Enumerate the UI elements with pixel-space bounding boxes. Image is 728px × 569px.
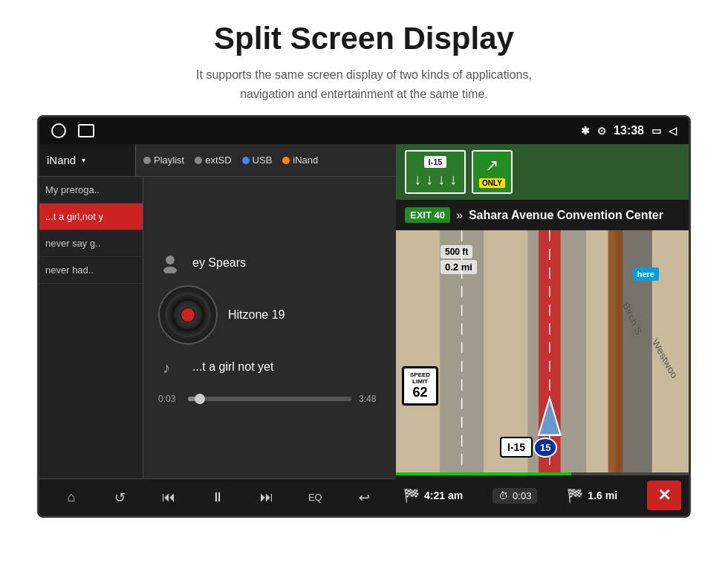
highway-signs: I-15 ↓ ↓ ↓ ↓ ↗ ONLY	[396, 144, 689, 200]
image-icon	[78, 124, 94, 137]
page-title: Split Screen Display	[196, 21, 532, 56]
nav-close-button[interactable]: ✕	[647, 481, 681, 510]
home-button[interactable]: ⌂	[56, 484, 86, 511]
time-display: 13:38	[614, 124, 644, 137]
list-item[interactable]: never had..	[39, 257, 143, 284]
speed-limit-number: 62	[410, 385, 430, 400]
instruction-text: Sahara Avenue Convention Center	[469, 209, 663, 222]
device-frame: ✱ ⊙ 13:38 ▭ ◁ iNand ▾ Playlist	[37, 115, 691, 518]
route-badge: I-15	[500, 437, 533, 458]
circle-icon	[51, 123, 66, 138]
svg-text:♪: ♪	[163, 360, 170, 376]
arrow-down-4: ↓	[449, 171, 457, 188]
only-sign: ↗ ONLY	[472, 150, 513, 194]
prev-button[interactable]: ⏮	[154, 484, 183, 511]
list-item[interactable]: never say g..	[39, 230, 143, 257]
map-visual: Birch S Westwoo SPEEDLIMIT 62 here 500 f…	[396, 230, 689, 472]
artist-name: ey Spears	[192, 256, 246, 270]
speed-sign: SPEEDLIMIT 62	[402, 366, 438, 406]
distance-miles: 0.2 mi	[441, 260, 477, 274]
svg-point-1	[163, 267, 177, 273]
music-note-icon: ♪	[158, 355, 182, 379]
source-tab-inand[interactable]: iNand	[282, 155, 318, 166]
eq-button[interactable]: EQ	[300, 484, 330, 511]
list-item[interactable]: My preroga..	[39, 177, 143, 204]
pause-button[interactable]: ⏸	[203, 484, 233, 511]
only-badge: ONLY	[479, 178, 505, 188]
speed-limit-label: SPEEDLIMIT	[410, 371, 430, 385]
extsd-dot	[195, 157, 202, 164]
exit-badge: EXIT 40	[405, 207, 450, 223]
instruction-bar: EXIT 40 » Sahara Avenue Convention Cente…	[396, 200, 689, 230]
source-tab-playlist[interactable]: Playlist	[143, 155, 184, 166]
artist-row: ey Spears	[158, 251, 381, 275]
main-content: iNand ▾ Playlist extSD USB	[39, 144, 689, 516]
nav-bottom-bar: 🏁 4:21 am ⏱ 0:03 🏁 1.6 mi ✕	[396, 475, 689, 516]
track-row: ♪ ...t a girl not yet	[158, 355, 381, 379]
arrival-time: 4:21 am	[424, 490, 463, 501]
location-icon: ⊙	[597, 125, 606, 137]
page-header: Split Screen Display It supports the sam…	[181, 0, 547, 115]
status-right-icons: ✱ ⊙ 13:38 ▭ ◁	[581, 124, 677, 137]
source-dropdown[interactable]: iNand ▾	[39, 144, 136, 176]
arrow-down-3: ↓	[438, 171, 445, 188]
time-total: 3:48	[359, 394, 381, 404]
playlist: My preroga.. ...t a girl,not y never say…	[39, 177, 143, 478]
back-arrow-icon: ◁	[669, 125, 677, 137]
list-item-active[interactable]: ...t a girl,not y	[39, 204, 143, 230]
only-arrow-icon: ↗	[485, 156, 498, 175]
svg-rect-8	[608, 230, 623, 472]
track-name: ...t a girl not yet	[192, 360, 273, 374]
next-button[interactable]: ⏭	[252, 484, 282, 511]
source-tab-extsd[interactable]: extSD	[195, 155, 231, 166]
album-name: Hitzone 19	[228, 308, 285, 322]
status-left-icons	[51, 123, 94, 138]
checkered-flag-end-icon: 🏁	[567, 487, 583, 504]
chevron-down-icon: ▾	[82, 156, 85, 164]
source-dropdown-label: iNand	[47, 154, 76, 166]
checkered-flag-start-icon: 🏁	[403, 487, 420, 504]
source-row: iNand ▾ Playlist extSD USB	[39, 144, 396, 177]
progress-bar[interactable]	[188, 397, 351, 401]
divider: »	[456, 209, 463, 222]
track-info: ey Spears Hitzone 19 ♪	[158, 251, 381, 379]
playlist-dot	[143, 157, 151, 164]
controls-row: ⌂ ↺ ⏮ ⏸ ⏭ EQ ↩	[39, 478, 396, 516]
nav-panel: I-15 ↓ ↓ ↓ ↓ ↗ ONLY EXIT 40 » Sahara	[396, 144, 689, 516]
inand-dot	[282, 157, 290, 164]
status-bar: ✱ ⊙ 13:38 ▭ ◁	[39, 117, 689, 144]
distance-label: 500 ft	[441, 245, 472, 259]
distance-box: 🏁 1.6 mi	[567, 487, 617, 504]
usb-dot	[242, 157, 250, 164]
vinyl-disc	[158, 285, 218, 345]
artist-icon	[158, 251, 182, 275]
screen-mirror-icon: ▭	[651, 125, 661, 137]
i15-badge: I-15	[424, 156, 447, 168]
content-area: My preroga.. ...t a girl,not y never say…	[39, 177, 396, 478]
here-logo: here	[633, 267, 659, 281]
back-button[interactable]: ↩	[349, 484, 379, 511]
bluetooth-icon: ✱	[581, 125, 590, 137]
player-area: ey Spears Hitzone 19 ♪	[143, 177, 396, 478]
vinyl-center	[181, 308, 195, 322]
arrival-time-box: 🏁 4:21 am	[403, 487, 463, 504]
elapsed-time-box: ⏱ 0:03	[493, 488, 537, 504]
clock-icon: ⏱	[498, 490, 508, 501]
time-current: 0:03	[158, 394, 181, 404]
source-tab-usb[interactable]: USB	[242, 155, 273, 166]
progress-thumb	[195, 394, 205, 404]
remaining-distance: 1.6 mi	[588, 490, 617, 501]
source-tabs: Playlist extSD USB iNand	[136, 155, 396, 166]
music-panel: iNand ▾ Playlist extSD USB	[39, 144, 396, 516]
progress-section: 0:03 3:48	[158, 394, 381, 404]
page-subtitle: It supports the same screen display of t…	[196, 65, 532, 103]
i15-sign: I-15 ↓ ↓ ↓ ↓	[405, 150, 466, 194]
elapsed-time: 0:03	[513, 490, 531, 501]
arrows-row: ↓ ↓ ↓ ↓	[414, 171, 457, 188]
repeat-button[interactable]: ↺	[105, 484, 135, 511]
album-row: Hitzone 19	[158, 285, 381, 345]
arrow-down-2: ↓	[426, 171, 433, 188]
svg-point-0	[166, 256, 175, 264]
arrow-down-1: ↓	[414, 171, 421, 188]
